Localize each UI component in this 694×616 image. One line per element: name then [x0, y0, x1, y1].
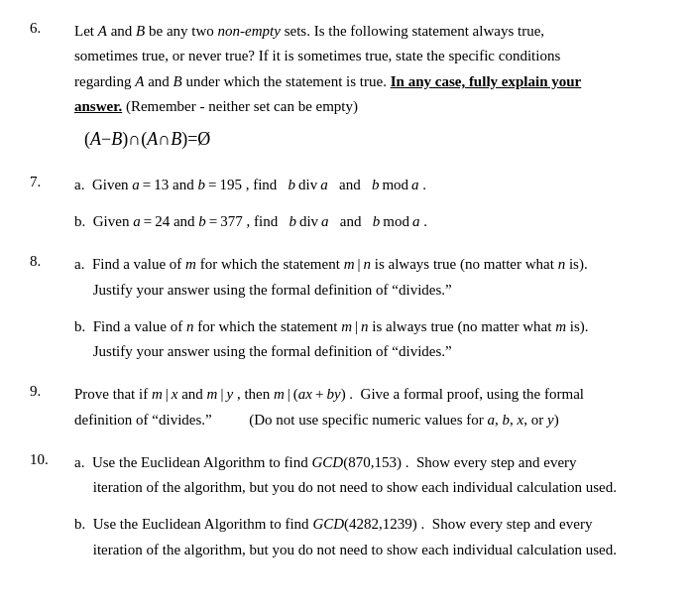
problem-10-number: 10. — [30, 451, 74, 468]
problem-8b-line1: b. Find a value of n for which the state… — [74, 315, 664, 338]
problem-8a-line2: Justify your answer using the formal def… — [74, 279, 664, 302]
problem-10a: a. Use the Euclidean Algorithm to find G… — [74, 451, 664, 500]
problem-8b: b. Find a value of n for which the state… — [74, 315, 664, 364]
problem-8a: a. Find a value of m for which the state… — [74, 253, 664, 302]
problem-10-content: a. Use the Euclidean Algorithm to find G… — [74, 451, 664, 563]
problem-6-line2: sometimes true, or never true? If it is … — [74, 45, 664, 67]
problem-7a-text: a. Given a = 13 and b = 195 , find b div… — [74, 174, 664, 196]
problem-8-number: 8. — [30, 253, 74, 270]
problem-8b-line2: Justify your answer using the formal def… — [74, 340, 664, 363]
problem-9-line2: definition of “divides.” (Do not use spe… — [74, 409, 664, 431]
problem-9-content: Prove that if m | x and m | y , then m |… — [74, 383, 664, 433]
problem-9-line1: Prove that if m | x and m | y , then m |… — [74, 383, 664, 406]
problem-7: 7. a. Given a = 13 and b = 195 , find b … — [30, 174, 664, 236]
problem-7b: b. Given a = 24 and b = 377 , find b div… — [74, 210, 664, 233]
problem-7-content: a. Given a = 13 and b = 195 , find b div… — [74, 174, 664, 236]
problem-6-line3: regarding A and B under which the statem… — [74, 70, 664, 93]
problem-10: 10. a. Use the Euclidean Algorithm to fi… — [30, 451, 664, 563]
problem-6-number: 6. — [30, 20, 74, 37]
problem-7-number: 7. — [30, 174, 74, 190]
problem-10a-line2: iteration of the algorithm, but you do n… — [74, 476, 664, 499]
problem-9-number: 9. — [30, 383, 74, 400]
problem-9: 9. Prove that if m | x and m | y , then … — [30, 383, 664, 433]
problem-10b-line1: b. Use the Euclidean Algorithm to find G… — [74, 513, 664, 536]
problem-8: 8. a. Find a value of m for which the st… — [30, 253, 664, 365]
problem-10b: b. Use the Euclidean Algorithm to find G… — [74, 513, 664, 561]
problem-10b-line2: iteration of the algorithm, but you do n… — [74, 539, 664, 561]
problem-6-line1: Let A and B be any two non-empty sets. I… — [74, 20, 664, 43]
problem-6-formula: (A−B)∩(A∩B)=Ø — [84, 126, 664, 154]
problem-6-content: Let A and B be any two non-empty sets. I… — [74, 20, 664, 156]
problem-8a-line1: a. Find a value of m for which the state… — [74, 253, 664, 276]
problem-6-line4: answer. (Remember - neither set can be e… — [74, 95, 664, 118]
problem-8-content: a. Find a value of m for which the state… — [74, 253, 664, 365]
problem-10a-line1: a. Use the Euclidean Algorithm to find G… — [74, 451, 664, 474]
problem-7a: a. Given a = 13 and b = 195 , find b div… — [74, 174, 664, 196]
problem-7b-text: b. Given a = 24 and b = 377 , find b div… — [74, 210, 664, 233]
problem-6: 6. Let A and B be any two non-empty sets… — [30, 20, 664, 156]
